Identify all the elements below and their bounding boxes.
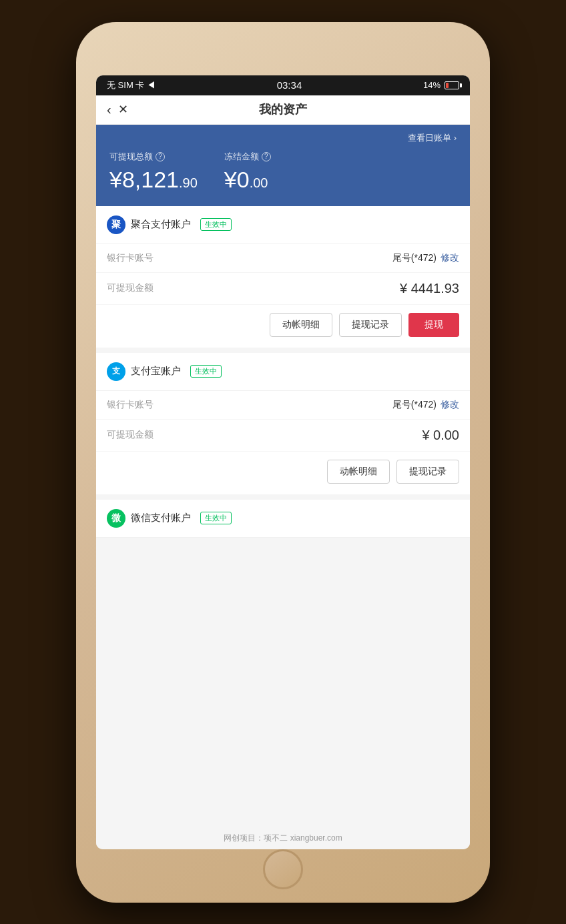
juhe-name: 聚合支付账户 (131, 218, 191, 231)
status-time: 03:34 (277, 79, 302, 91)
withdrawable-help-icon[interactable]: ? (156, 152, 165, 161)
account-section-alipay: 支 支付宝账户 生效中 银行卡账号 尾号(*472) 修改 可提现金额 ¥ 0.… (96, 353, 470, 494)
withdrawable-col: 可提现总额 ? ¥8,121.90 (109, 151, 198, 193)
watermark: 网创项目：项不二 xiangbuer.com (96, 833, 470, 844)
frozen-label: 冻结金额 ? (224, 151, 271, 163)
view-bill-link[interactable]: 查看日账单 › (109, 131, 457, 144)
juhe-withdrawable-row: 可提现金额 ¥ 4441.93 (96, 273, 470, 305)
phone-screen: 无 SIM 卡 ◀ 03:34 14% ‹ ✕ 我的资产 查看日账单 › (96, 75, 470, 849)
alipay-withdrawable-amount: ¥ 0.00 (422, 428, 459, 443)
withdrawable-amount: ¥8,121.90 (109, 167, 198, 193)
close-button[interactable]: ✕ (118, 102, 128, 117)
juhe-withdraw-button[interactable]: 提现 (408, 313, 459, 337)
alipay-transactions-button[interactable]: 动帐明细 (327, 460, 390, 484)
alipay-withdrawable-label: 可提现金额 (107, 429, 154, 441)
wechat-name: 微信支付账户 (131, 512, 191, 524)
juhe-withdrawable-label: 可提现金额 (107, 282, 154, 294)
header-balances: 可提现总额 ? ¥8,121.90 冻结金额 ? ¥0.00 (109, 151, 457, 193)
juhe-bank-row: 银行卡账号 尾号(*472) 修改 (96, 244, 470, 273)
juhe-transactions-button[interactable]: 动帐明细 (270, 313, 332, 337)
battery-icon (445, 81, 459, 89)
account-header-alipay: 支 支付宝账户 生效中 (96, 353, 470, 391)
status-left: 无 SIM 卡 ◀ (107, 79, 156, 91)
account-header-wechat: 微 微信支付账户 生效中 (96, 500, 470, 538)
juhe-buttons: 动帐明细 提现记录 提现 (96, 305, 470, 348)
juhe-history-button[interactable]: 提现记录 (339, 313, 402, 337)
account-header-juhe: 聚 聚合支付账户 生效中 (96, 206, 470, 244)
alipay-name: 支付宝账户 (131, 365, 181, 378)
alipay-bank-row: 银行卡账号 尾号(*472) 修改 (96, 391, 470, 420)
frozen-amount: ¥0.00 (224, 167, 271, 193)
juhe-icon: 聚 (107, 215, 125, 234)
juhe-withdrawable-amount: ¥ 4441.93 (400, 281, 459, 296)
battery-percent: 14% (423, 80, 441, 90)
wechat-icon: 微 (107, 509, 125, 528)
alipay-buttons: 动帐明细 提现记录 (96, 452, 470, 494)
juhe-bank-value: 尾号(*472) 修改 (392, 252, 459, 264)
withdrawable-label: 可提现总额 ? (109, 151, 198, 163)
alipay-withdrawable-row: 可提现金额 ¥ 0.00 (96, 420, 470, 452)
alipay-bank-label: 银行卡账号 (107, 399, 154, 411)
juhe-status-badge: 生效中 (200, 218, 232, 231)
status-bar: 无 SIM 卡 ◀ 03:34 14% (96, 75, 470, 95)
alipay-history-button[interactable]: 提现记录 (396, 460, 459, 484)
frozen-col: 冻结金额 ? ¥0.00 (224, 151, 271, 193)
header-section: 查看日账单 › 可提现总额 ? ¥8,121.90 冻结金额 ? (96, 125, 470, 206)
juhe-bank-label: 银行卡账号 (107, 252, 154, 264)
wechat-status-badge: 生效中 (200, 512, 232, 524)
frozen-help-icon[interactable]: ? (262, 152, 271, 161)
back-button[interactable]: ‹ (107, 102, 111, 117)
home-button[interactable] (263, 849, 303, 889)
alipay-modify-link[interactable]: 修改 (441, 399, 459, 411)
status-right: 14% (423, 80, 459, 90)
nav-bar: ‹ ✕ 我的资产 (96, 95, 470, 125)
alipay-icon: 支 (107, 362, 125, 381)
alipay-status-badge: 生效中 (190, 365, 222, 378)
juhe-modify-link[interactable]: 修改 (441, 252, 459, 264)
account-section-wechat: 微 微信支付账户 生效中 (96, 500, 470, 538)
page-title: 我的资产 (259, 101, 307, 117)
main-content: 聚 聚合支付账户 生效中 银行卡账号 尾号(*472) 修改 可提现金额 ¥ 4… (96, 206, 470, 849)
sim-status: 无 SIM 卡 ◀ (107, 79, 156, 91)
alipay-bank-value: 尾号(*472) 修改 (392, 399, 459, 411)
view-bill-anchor[interactable]: 查看日账单 › (408, 132, 457, 144)
account-section-juhe: 聚 聚合支付账户 生效中 银行卡账号 尾号(*472) 修改 可提现金额 ¥ 4… (96, 206, 470, 348)
phone-frame: 无 SIM 卡 ◀ 03:34 14% ‹ ✕ 我的资产 查看日账单 › (76, 22, 490, 903)
